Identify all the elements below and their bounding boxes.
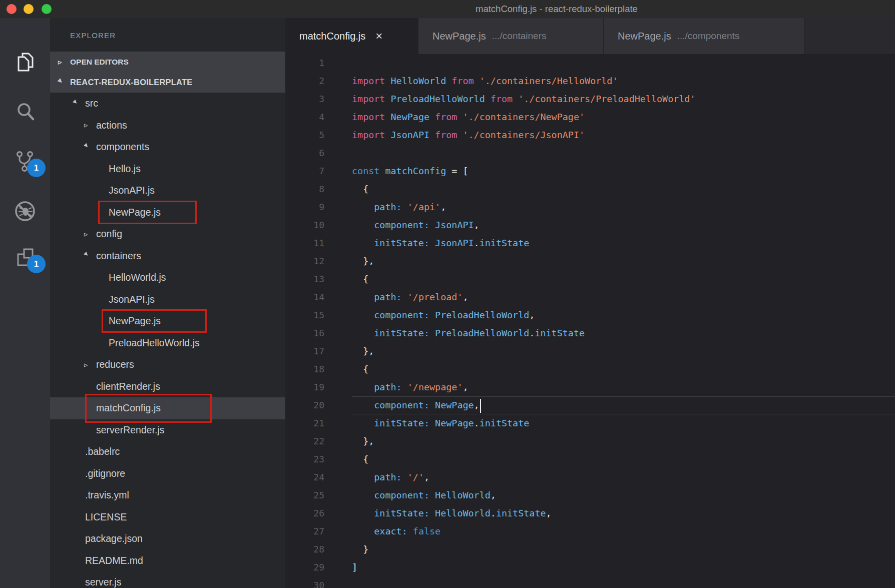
editor[interactable]: 12import HelloWorld from './containers/H…: [285, 54, 895, 588]
tree-folder-components[interactable]: ▸components: [50, 136, 285, 158]
code-line-30: 30: [285, 576, 895, 588]
close-window-button[interactable]: [7, 4, 17, 14]
token-id: initState:: [352, 418, 429, 428]
tree-file-server-js[interactable]: server.js: [50, 571, 285, 588]
code-line-content[interactable]: }: [352, 540, 895, 558]
code-line-content[interactable]: path: '/',: [352, 468, 895, 486]
minimize-window-button[interactable]: [24, 4, 34, 14]
token-str: './containers/PreloadHelloWorld': [518, 94, 695, 104]
code-line-content[interactable]: import PreloadHelloWorld from './contain…: [352, 90, 895, 108]
tree-file-license[interactable]: LICENSE: [50, 506, 285, 528]
code-line-20: 20 component: NewPage,: [285, 396, 895, 414]
tree-file-hello-js[interactable]: Hello.js: [50, 158, 285, 180]
token-id: JsonAPI: [435, 238, 474, 248]
code-line-content-current[interactable]: component: NewPage,: [352, 396, 895, 414]
token-kw: import: [352, 76, 385, 86]
code-line-content[interactable]: path: '/preload',: [352, 288, 895, 306]
tab-newpage-js-components[interactable]: NewPage.js.../components: [604, 18, 805, 54]
tree-item-label: LICENSE: [85, 511, 127, 523]
tree-file-readme-md[interactable]: README.md: [50, 550, 285, 572]
token-pun: {: [352, 274, 368, 284]
tree-folder-src[interactable]: ▸src: [50, 93, 285, 115]
code-line-content[interactable]: [352, 144, 895, 162]
tab-label: NewPage.js: [432, 31, 486, 42]
code-line-content[interactable]: [352, 576, 895, 588]
code-line-content[interactable]: path: '/api',: [352, 198, 895, 216]
code-line-content[interactable]: exact: false: [352, 522, 895, 540]
zoom-window-button[interactable]: [42, 4, 52, 14]
token-id: PreloadHelloWorld: [391, 94, 485, 104]
code-line-content[interactable]: {: [352, 360, 895, 378]
tree-item-label: HelloWorld.js: [109, 272, 166, 283]
code-line-content[interactable]: initState: HelloWorld.initState,: [352, 504, 895, 522]
tree-file-preloadhelloworld-js[interactable]: PreloadHelloWorld.js: [50, 332, 285, 354]
tree-folder-reducers[interactable]: ▹reducers: [50, 354, 285, 376]
code-line-content[interactable]: },: [352, 342, 895, 360]
code-line-content[interactable]: ]: [352, 558, 895, 576]
code-line-content[interactable]: import HelloWorld from './containers/Hel…: [352, 72, 895, 90]
tree-file-helloworld-js[interactable]: HelloWorld.js: [50, 267, 285, 289]
tree-item-label: JsonAPI.js: [109, 294, 155, 305]
chevron-collapsed-icon: ▹: [84, 121, 95, 130]
search-icon[interactable]: [14, 100, 37, 123]
code-line-content[interactable]: import NewPage from './containers/NewPag…: [352, 108, 895, 126]
code-line-content[interactable]: },: [352, 252, 895, 270]
tab-path-label: .../containers: [492, 31, 547, 42]
code-line-content[interactable]: component: PreloadHelloWorld,: [352, 306, 895, 324]
tree-folder-config[interactable]: ▹config: [50, 223, 285, 245]
code-line-content[interactable]: {: [352, 270, 895, 288]
tree-folder-actions[interactable]: ▹actions: [50, 115, 285, 137]
tree-file--babelrc[interactable]: .babelrc: [50, 441, 285, 463]
tree-file--gitignore[interactable]: .gitignore: [50, 463, 285, 485]
tree-file--travis-yml[interactable]: .travis.yml: [50, 484, 285, 506]
source-control-badge: 1: [27, 159, 46, 177]
section-label: REACT-REDUX-BOILERPLATE: [70, 78, 192, 87]
tab-close-icon[interactable]: ×: [375, 30, 382, 42]
section-header-react-redux-boilerplate[interactable]: ▸REACT-REDUX-BOILERPLATE: [50, 72, 285, 93]
code-line-content[interactable]: const matchConfig = [: [352, 162, 895, 180]
token-pl: [402, 382, 407, 392]
tree-file-jsonapi-js[interactable]: JsonAPI.js: [50, 180, 285, 202]
token-kb: false: [413, 526, 440, 536]
token-id: initState: [496, 508, 546, 518]
code-line-content[interactable]: import JsonAPI from './containers/JsonAP…: [352, 126, 895, 144]
tree-folder-containers[interactable]: ▸containers: [50, 245, 285, 267]
line-number: 20: [285, 396, 324, 414]
files-icon[interactable]: [14, 51, 37, 74]
line-number: 5: [285, 126, 324, 144]
code-line-11: 11 initState: JsonAPI.initState: [285, 234, 895, 252]
tree-file-newpage-js[interactable]: NewPage.js: [50, 202, 285, 224]
chevron-expanded-icon: ▸: [56, 76, 70, 90]
section-header-open-editors[interactable]: ▹OPEN EDITORS: [50, 52, 285, 72]
tree-file-serverrender-js[interactable]: serverRender.js: [50, 419, 285, 441]
tree-item-label: server.js: [85, 576, 122, 588]
tab-newpage-js-containers[interactable]: NewPage.js.../containers: [418, 18, 604, 54]
token-id: matchConfig: [385, 166, 446, 176]
code-line-content[interactable]: initState: PreloadHelloWorld.initState: [352, 324, 895, 342]
code-line-content[interactable]: initState: NewPage.initState: [352, 414, 895, 432]
code-line-12: 12 },: [285, 252, 895, 270]
tree-file-package-json[interactable]: package.json: [50, 528, 285, 550]
code-line-content[interactable]: {: [352, 180, 895, 198]
chevron-expanded-icon: ▸: [82, 250, 96, 264]
code-line-content[interactable]: component: HelloWorld,: [352, 486, 895, 504]
token-str: '/preload': [407, 292, 463, 302]
token-pl: [402, 202, 407, 212]
tree-file-clientrender-js[interactable]: clientRender.js: [50, 376, 285, 398]
code-line-content[interactable]: {: [352, 450, 895, 468]
editor-group: matchConfig.js×NewPage.js.../containersN…: [285, 18, 895, 588]
code-line-content[interactable]: [352, 54, 895, 72]
code-line-content[interactable]: initState: JsonAPI.initState: [352, 234, 895, 252]
code-line-content[interactable]: path: '/newpage',: [352, 378, 895, 396]
tab-matchconfig-js[interactable]: matchConfig.js×: [285, 18, 418, 54]
tree-file-jsonapi-js[interactable]: JsonAPI.js: [50, 289, 285, 311]
code-line-content[interactable]: },: [352, 432, 895, 450]
tree-file-matchconfig-js[interactable]: matchConfig.js: [50, 397, 285, 419]
chevron-collapsed-icon: ▹: [84, 230, 95, 239]
code-line-content[interactable]: component: JsonAPI,: [352, 216, 895, 234]
tree-item-label: actions: [96, 120, 127, 131]
line-number: 1: [285, 54, 324, 72]
debug-disabled-icon[interactable]: [14, 200, 37, 223]
token-pun: },: [352, 346, 374, 356]
tree-file-newpage-js[interactable]: NewPage.js: [50, 310, 285, 332]
